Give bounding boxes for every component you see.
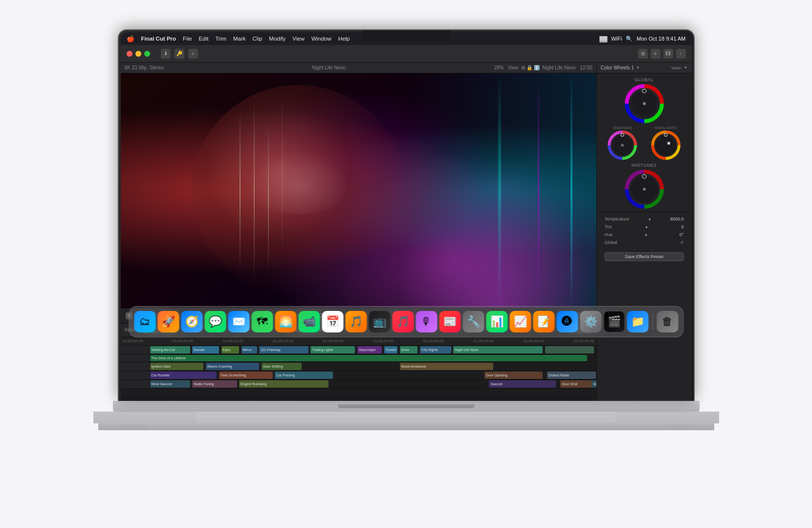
view-film-icon[interactable]: 🎞 [663,49,673,59]
track-5-label-area [121,380,150,388]
clip-tires[interactable]: Tires Screeching [219,372,273,379]
svg-point-8 [656,135,676,155]
clip-wind-blowing[interactable]: Wind Blowing [592,380,596,388]
dropdown-arrow-icon[interactable]: ▼ [636,66,640,70]
clip-tunnel[interactable]: Tunnel [384,346,397,353]
dock-icon-mail[interactable]: ✉️ [228,311,249,332]
clip-extra[interactable] [545,346,594,353]
view-grid-icon[interactable]: ⊞ [638,49,648,59]
hue-value[interactable]: 0° [680,232,684,237]
dock-icon-pages[interactable]: 📝 [533,311,554,332]
clip-door-shut[interactable]: Door Shot [560,380,592,388]
toolbar-back-icon[interactable]: ⬇ [161,49,171,59]
clip-car-rumble[interactable]: Car Rumble [150,372,217,379]
dock-icon-trash[interactable]: 🗑 [657,311,678,332]
search-icon[interactable]: 🔍 [626,36,633,42]
tint-value[interactable]: 0 [681,224,683,229]
video-clip-name: Night Life Neon [312,65,346,70]
global-color-wheel[interactable] [625,84,664,123]
clip-starting-car[interactable]: Starting the Car [150,346,190,353]
clip-mirror[interactable]: Mirror [241,346,257,353]
clip-wood-ambiance[interactable]: Wood Ambiance [400,363,494,370]
zoom-level[interactable]: 28% [494,65,504,70]
view-arrow-icon[interactable]: ▼ [684,66,688,70]
dock-icon-launchpad[interactable]: 🚀 [157,311,179,332]
dock-icon-podcasts[interactable]: 🎙 [416,311,437,332]
clip-city-nights[interactable]: City Nights [420,346,451,353]
view-button[interactable]: View [508,65,519,70]
clip-car-passing[interactable]: Car Passing [275,372,333,379]
minimize-button[interactable] [135,51,141,57]
share-icon[interactable]: ↑ [676,49,686,59]
clip-skyscraper[interactable]: Skyscraper [357,346,382,353]
clip-night-life-neon[interactable]: Night Life Neon [453,346,543,353]
clip-engines[interactable]: Eyes [221,346,240,353]
dock-icon-keynote[interactable]: 📈 [509,311,531,332]
close-button[interactable] [127,51,132,57]
clip-engine-rumble[interactable]: Engine Rumbling [239,380,329,388]
clip-ignition[interactable]: Ignition Start [150,363,204,370]
menu-help[interactable]: Help [338,36,350,42]
dock-icon-finder2[interactable]: 📁 [627,311,648,332]
clip-drive[interactable]: Drive [400,346,418,353]
dock-icon-appstore[interactable]: 🅐 [556,311,578,332]
clip-trailing[interactable]: Trailing Lights [310,346,355,353]
track-2-label-area [121,354,150,362]
clip-swoosh[interactable]: Swoosh [489,380,556,388]
menu-file[interactable]: File [183,36,192,42]
menu-modify[interactable]: Modify [269,36,285,42]
clip-gear[interactable]: Gear Shifting [262,363,302,370]
dock-icon-facetime[interactable]: 📹 [298,311,320,332]
menu-view[interactable]: View [292,36,305,42]
menu-trim[interactable]: Trim [215,36,226,42]
clip-waves[interactable]: Waves Crashing [206,363,260,370]
apple-logo-icon[interactable]: 🍎 [127,35,134,43]
dock-icon-tv[interactable]: 📺 [369,311,390,332]
temperature-value[interactable]: 6000.0 [670,217,684,221]
clip-drive-lifetime[interactable]: The Drive of a Lifetime [150,355,588,361]
dock-icon-safari[interactable]: 🧭 [181,311,202,332]
highlights-color-wheel[interactable] [651,131,680,160]
dock-icon-settings[interactable]: ⚙️ [580,311,601,332]
highlights-label: HIGHLIGHTS [655,126,677,130]
inspector-view-btn[interactable]: View [671,66,680,70]
dock-icon-numbers[interactable]: 📊 [486,311,507,332]
video-viewer[interactable] [121,73,596,308]
menu-clip[interactable]: Clip [253,36,263,42]
dock-icon-messages[interactable]: 💬 [204,311,226,332]
menu-edit[interactable]: Edit [199,36,209,42]
track-4-label-area [121,371,150,379]
maximize-button[interactable] [144,51,150,57]
clip-sunset[interactable]: Sunset [192,346,219,353]
clip-radio-tuning[interactable]: Radio Tuning [192,380,237,388]
menu-mark[interactable]: Mark [233,36,246,42]
track-5-clips[interactable]: Wind Swoosh Radio Tuning Engine Rumbling… [150,380,596,388]
dock-icon-photos[interactable]: 🌅 [275,311,296,332]
clip-door-opening[interactable]: Door Opening [484,372,543,379]
menu-window[interactable]: Window [311,36,331,42]
view-list-icon[interactable]: ≡ [651,49,660,59]
dock-icon-maps[interactable]: 🗺 [251,311,273,332]
dock-icon-music[interactable]: 🎵 [392,311,414,332]
dock-icon-calendar[interactable]: 📅 [322,311,343,332]
main-area: 8K 23.98p, Stereo Night Life Neon 28% Vi… [121,63,692,401]
clip-distant-radio[interactable]: Distant Radio [547,372,596,379]
dock-icon-toolbox[interactable]: 🔧 [462,311,484,332]
track-1-clips[interactable]: Starting the Car Sunset Eyes Mirror 101 … [150,346,596,354]
clip-wind-swoosh[interactable]: Wind Swoosh [150,380,190,388]
dock-icon-itunes[interactable]: 🎵 [345,311,367,332]
midtones-color-wheel[interactable] [625,170,664,209]
dock-icon-news[interactable]: 📰 [439,311,461,332]
shadows-color-wheel[interactable] [608,131,637,160]
dock-icon-finalcut[interactable]: 🎬 [603,311,625,332]
toolbar-check-icon[interactable]: ✓ [188,49,198,59]
track-3-clips[interactable]: Ignition Start Waves Crashing Gear Shift… [150,362,596,371]
clip-freeway[interactable]: 101 Freeway [259,346,308,353]
track-4-clips[interactable]: Car Rumble Tires Screeching Car Passing … [150,371,596,379]
color-wheel-dropdown[interactable]: Color Wheels 1 [601,65,634,70]
dock-icon-finder[interactable]: 🗂 [134,311,155,332]
save-effects-preset-button[interactable]: Save Effects Preset [605,252,684,261]
track-2-clips[interactable]: The Drive of a Lifetime [150,354,596,362]
app-name-menu[interactable]: Final Cut Pro [141,36,176,42]
toolbar-key-icon[interactable]: 🔑 [175,49,184,59]
